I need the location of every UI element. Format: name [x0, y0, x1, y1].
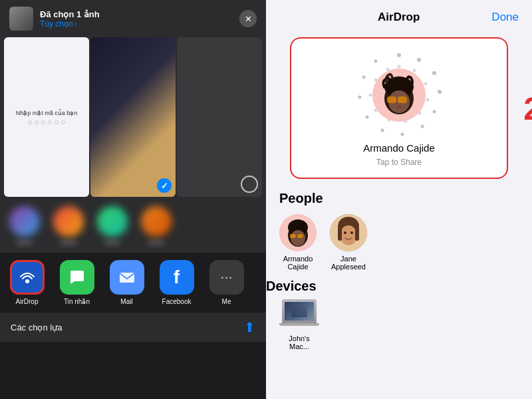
devices-section-header: Devices: [266, 276, 532, 294]
photo-header: Đã chọn 1 ảnh Tùy chọn › ✕: [0, 0, 266, 35]
svg-point-4: [432, 71, 436, 75]
dot-3: [41, 120, 45, 124]
dot-1: [28, 120, 32, 124]
person-avatar-armando: [279, 214, 317, 251]
macbook-lid: [282, 299, 317, 323]
photo-cell-unselected[interactable]: [177, 37, 262, 197]
messages-label: Tin nhắn: [64, 298, 90, 305]
selected-photo-thumb: [9, 7, 33, 31]
svg-point-9: [381, 129, 384, 132]
contact-item-1[interactable]: Name: [8, 206, 41, 246]
airdrop-icon: [10, 260, 45, 295]
macbook-screen: [285, 302, 314, 321]
action-facebook[interactable]: f Facebook: [155, 260, 198, 305]
dot-6: [61, 120, 65, 124]
svg-rect-32: [388, 97, 396, 102]
contact-avatar-1: [9, 206, 40, 237]
selected-count-text: Đã chọn 1 ảnh: [40, 9, 100, 19]
recipient-avatar-large: [372, 68, 426, 122]
airdrop-header: AirDrop Done: [266, 0, 532, 31]
dot-4: [48, 120, 52, 124]
svg-point-15: [413, 69, 416, 72]
device-name-john: John'sMac...: [289, 334, 309, 350]
svg-point-12: [362, 76, 366, 79]
action-mail[interactable]: Mail: [105, 260, 148, 305]
messages-icon: [60, 260, 94, 295]
person-item-armando[interactable]: ArmandoCajide: [279, 214, 317, 271]
contact-name-3: Name: [104, 239, 120, 246]
svg-point-17: [426, 98, 430, 102]
recipient-card-wrapper: Armando Cajide Tap to Share 2: [277, 31, 521, 186]
selected-recipient-card[interactable]: Armando Cajide Tap to Share: [290, 37, 508, 179]
svg-rect-40: [297, 234, 303, 238]
device-item-johns-mac[interactable]: John'sMac...: [279, 299, 319, 350]
facebook-icon: f: [160, 260, 194, 295]
passcode-dots: [28, 120, 65, 124]
screen-content: [285, 302, 314, 321]
close-button[interactable]: ✕: [239, 10, 257, 27]
more-label: Me: [222, 298, 231, 305]
mail-label: Mail: [120, 298, 132, 305]
done-button[interactable]: Done: [491, 11, 519, 24]
bottom-bar: Các chọn lựa ⬆: [0, 313, 266, 342]
contact-item-3[interactable]: Name: [96, 206, 129, 246]
bottom-bar-text: Các chọn lựa: [11, 323, 62, 332]
person-name-armando: ArmandoCajide: [283, 255, 313, 271]
person-name-jane: JaneAppleseed: [331, 255, 366, 271]
action-more[interactable]: ··· Me: [205, 260, 248, 305]
airdrop-title: AirDrop: [306, 11, 491, 24]
contact-item-2[interactable]: Name: [52, 206, 85, 246]
svg-point-6: [433, 110, 436, 114]
setup-cell-text: Nhập mật mã của bạn: [16, 110, 78, 116]
svg-rect-47: [338, 227, 342, 241]
svg-point-11: [358, 96, 362, 99]
photo-header-text: Đã chọn 1 ảnh Tùy chọn ›: [40, 9, 100, 29]
photo-cell-selected[interactable]: [90, 37, 176, 197]
photo-grid: Nhập mật mã của bạn: [0, 35, 266, 200]
macbook-base: [279, 323, 319, 326]
action-messages[interactable]: Tin nhắn: [55, 260, 98, 305]
airdrop-action-wrapper: AirDrop 1: [5, 260, 49, 305]
recipient-subtitle: Tap to Share: [376, 158, 422, 167]
photo-header-left: Đã chọn 1 ảnh Tùy chọn ›: [9, 7, 100, 31]
share-sheet: Name Name Name Name: [0, 200, 266, 399]
airdrop-label: AirDrop: [16, 298, 39, 305]
svg-point-10: [366, 116, 369, 119]
facebook-label: Facebook: [162, 298, 192, 305]
devices-row: John'sMac...: [266, 294, 532, 356]
memoji-svg: [372, 68, 426, 122]
people-section-header: People: [266, 186, 532, 209]
svg-point-13: [374, 60, 378, 63]
contact-name-1: Name: [17, 239, 33, 246]
contact-avatar-4: [141, 206, 172, 237]
svg-point-2: [397, 53, 401, 57]
contact-name-2: Name: [61, 239, 76, 246]
photo-top: Đã chọn 1 ảnh Tùy chọn › ✕ Nhập mật mã c…: [0, 0, 266, 200]
photo-cell-setup[interactable]: Nhập mật mã của bạn: [4, 37, 89, 197]
svg-point-0: [25, 279, 29, 283]
left-panel: Đã chọn 1 ảnh Tùy chọn › ✕ Nhập mật mã c…: [0, 0, 266, 399]
svg-point-22: [369, 94, 372, 97]
svg-rect-33: [398, 97, 406, 102]
svg-rect-39: [290, 234, 296, 238]
contact-avatar-2: [53, 206, 84, 237]
dot-2: [35, 120, 39, 124]
radar-container: [356, 52, 442, 138]
person-memoji-svg: [279, 214, 317, 251]
person-jane-svg: [330, 214, 367, 251]
people-row: ArmandoCajide: [266, 209, 532, 276]
action-airdrop[interactable]: AirDrop: [5, 260, 49, 305]
person-item-jane[interactable]: JaneAppleseed: [330, 214, 367, 271]
dot-5: [55, 120, 59, 124]
svg-point-3: [417, 58, 421, 62]
svg-point-16: [424, 82, 428, 86]
share-icon[interactable]: ⬆: [244, 319, 255, 335]
contact-item-4[interactable]: Name: [140, 206, 173, 246]
custom-options-link[interactable]: Tùy chọn ›: [40, 19, 100, 29]
contacts-row: Name Name Name Name: [0, 200, 266, 253]
contact-name-4: Name: [148, 239, 164, 246]
person-avatar-jane: [330, 214, 367, 251]
actions-row: AirDrop 1 Tin nhắn: [0, 253, 266, 313]
svg-rect-48: [355, 227, 359, 241]
svg-point-8: [401, 133, 404, 136]
